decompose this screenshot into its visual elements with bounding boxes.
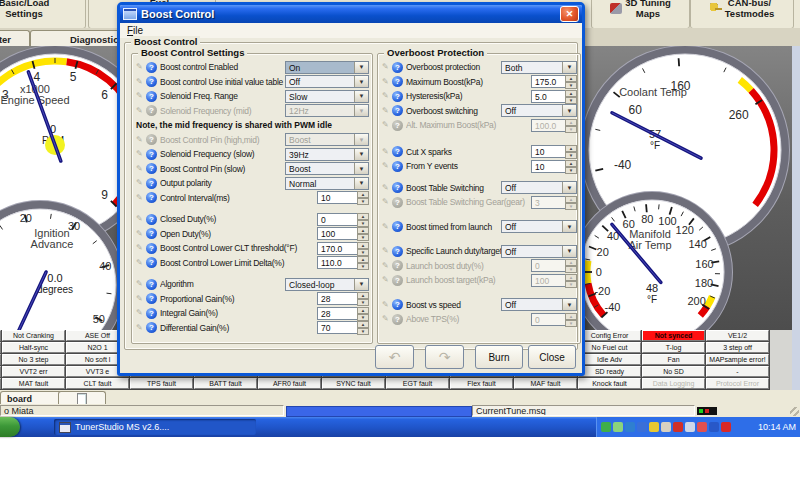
number-value[interactable]: 0 xyxy=(317,213,357,226)
number-value[interactable]: 0 xyxy=(531,313,565,326)
combo-box[interactable]: Off▼ xyxy=(501,104,577,117)
chevron-down-icon[interactable]: ▼ xyxy=(354,134,368,145)
combo-box[interactable]: Boost▼ xyxy=(285,133,369,146)
combo-box[interactable]: Closed-loop▼ xyxy=(285,278,369,291)
spinner-up-icon[interactable]: ▲ xyxy=(357,227,369,234)
undo-button[interactable]: ↶ xyxy=(375,345,414,369)
spinner-down-icon[interactable]: ▼ xyxy=(565,266,577,273)
help-icon[interactable]: ? xyxy=(146,192,157,203)
spinner-up-icon[interactable]: ▲ xyxy=(357,321,369,328)
help-icon[interactable]: ? xyxy=(392,314,403,325)
combo-box[interactable]: Slow▼ xyxy=(285,90,369,103)
spinner-down-icon[interactable]: ▼ xyxy=(565,97,577,104)
spinner-up-icon[interactable]: ▲ xyxy=(565,145,577,152)
spinner-up-icon[interactable]: ▲ xyxy=(565,313,577,320)
chevron-down-icon[interactable]: ▼ xyxy=(354,279,368,290)
spinner-up-icon[interactable]: ▲ xyxy=(565,160,577,167)
help-icon[interactable]: ? xyxy=(392,62,403,73)
spinner-down-icon[interactable]: ▼ xyxy=(565,82,577,89)
number-value[interactable]: 5.0 xyxy=(531,90,565,103)
help-icon[interactable]: ? xyxy=(392,299,403,310)
help-icon[interactable]: ? xyxy=(146,279,157,290)
network-icon[interactable] xyxy=(601,422,611,432)
number-input[interactable]: 100▲▼ xyxy=(531,274,577,287)
combo-box[interactable]: Both▼ xyxy=(501,61,577,74)
start-button[interactable] xyxy=(0,417,20,437)
chevron-down-icon[interactable]: ▼ xyxy=(562,182,576,193)
help-icon[interactable]: ? xyxy=(392,105,403,116)
number-value[interactable]: 3 xyxy=(531,196,565,209)
dialog-titlebar[interactable]: Boost Control ✕ xyxy=(120,5,582,23)
chevron-down-icon[interactable]: ▼ xyxy=(562,299,576,310)
number-input[interactable]: 0▲▼ xyxy=(317,213,369,226)
help-icon[interactable]: ? xyxy=(392,221,403,232)
help-icon[interactable]: ? xyxy=(146,163,157,174)
spinner-up-icon[interactable]: ▲ xyxy=(565,259,577,266)
number-value[interactable]: 100 xyxy=(317,227,357,240)
help-icon[interactable]: ? xyxy=(146,134,157,145)
chevron-down-icon[interactable]: ▼ xyxy=(354,76,368,87)
chevron-down-icon[interactable]: ▼ xyxy=(562,246,576,257)
help-icon[interactable]: ? xyxy=(146,62,157,73)
spinner-down-icon[interactable]: ▼ xyxy=(565,126,577,133)
combo-box[interactable]: Off▼ xyxy=(501,245,577,258)
spinner-down-icon[interactable]: ▼ xyxy=(565,320,577,327)
shield-icon[interactable] xyxy=(721,422,731,432)
spinner-up-icon[interactable]: ▲ xyxy=(357,307,369,314)
combo-box[interactable]: On▼ xyxy=(285,61,369,74)
spinner-down-icon[interactable]: ▼ xyxy=(357,314,369,321)
close-button[interactable]: ✕ xyxy=(560,6,579,22)
help-icon[interactable]: ? xyxy=(392,161,403,172)
number-input[interactable]: 28▲▼ xyxy=(317,292,369,305)
toolbar-button-basic-load-settings[interactable]: Basic/LoadSettings xyxy=(0,0,86,29)
display-error-icon[interactable] xyxy=(673,422,683,432)
spinner-down-icon[interactable]: ▼ xyxy=(357,328,369,335)
number-input[interactable]: 70▲▼ xyxy=(317,321,369,334)
spinner-down-icon[interactable]: ▼ xyxy=(357,299,369,306)
spinner-up-icon[interactable]: ▲ xyxy=(565,119,577,126)
number-value[interactable]: 70 xyxy=(317,321,357,334)
combo-box[interactable]: Off▼ xyxy=(501,298,577,311)
spinner-up-icon[interactable]: ▲ xyxy=(357,242,369,249)
number-input[interactable]: 0▲▼ xyxy=(531,313,577,326)
number-input[interactable]: 10▲▼ xyxy=(531,145,577,158)
combo-box[interactable]: Off▼ xyxy=(285,75,369,88)
help-icon[interactable]: ? xyxy=(392,197,403,208)
help-icon[interactable]: ? xyxy=(146,214,157,225)
monitor-icon[interactable] xyxy=(685,422,695,432)
spinner-up-icon[interactable]: ▲ xyxy=(357,292,369,299)
number-value[interactable]: 100.0 xyxy=(531,119,565,132)
help-icon[interactable]: ? xyxy=(392,146,403,157)
toolbar-button-3d-tuning-maps[interactable]: 3D TuningMaps xyxy=(591,0,690,29)
number-input[interactable]: 175.0▲▼ xyxy=(531,75,577,88)
spinner-up-icon[interactable]: ▲ xyxy=(565,90,577,97)
resize-grip[interactable] xyxy=(790,407,799,416)
combo-box[interactable]: Boost▼ xyxy=(285,162,369,175)
spinner-up-icon[interactable]: ▲ xyxy=(565,274,577,281)
help-icon[interactable]: ? xyxy=(146,228,157,239)
combo-box[interactable]: Normal▼ xyxy=(285,177,369,190)
chevron-down-icon[interactable]: ▼ xyxy=(562,62,576,73)
chevron-down-icon[interactable]: ▼ xyxy=(354,149,368,160)
signal-icon[interactable] xyxy=(613,422,623,432)
help-icon[interactable]: ? xyxy=(146,322,157,333)
spinner-down-icon[interactable]: ▼ xyxy=(357,249,369,256)
combo-box[interactable]: Off▼ xyxy=(501,220,577,233)
number-input[interactable]: 28▲▼ xyxy=(317,307,369,320)
toolbar-button-canbus-testmodes[interactable]: CAN-bus/Testmodes xyxy=(690,0,794,29)
help-icon[interactable]: ? xyxy=(392,246,403,257)
taskbar-app-button[interactable]: TunerStudio MS v2.6.... xyxy=(54,419,256,435)
number-input[interactable]: 110.0▲▼ xyxy=(317,256,369,269)
number-input[interactable]: 100▲▼ xyxy=(317,227,369,240)
alert-icon[interactable] xyxy=(697,422,707,432)
help-icon[interactable]: ? xyxy=(146,178,157,189)
spinner-up-icon[interactable]: ▲ xyxy=(565,196,577,203)
menu-item-file[interactable]: File xyxy=(120,25,150,36)
spinner-down-icon[interactable]: ▼ xyxy=(565,167,577,174)
globe-icon[interactable] xyxy=(637,422,647,432)
chevron-down-icon[interactable]: ▼ xyxy=(354,178,368,189)
package-icon[interactable] xyxy=(661,422,671,432)
help-icon[interactable]: ? xyxy=(146,293,157,304)
number-input[interactable]: 100.0▲▼ xyxy=(531,119,577,132)
info-icon[interactable] xyxy=(625,422,635,432)
